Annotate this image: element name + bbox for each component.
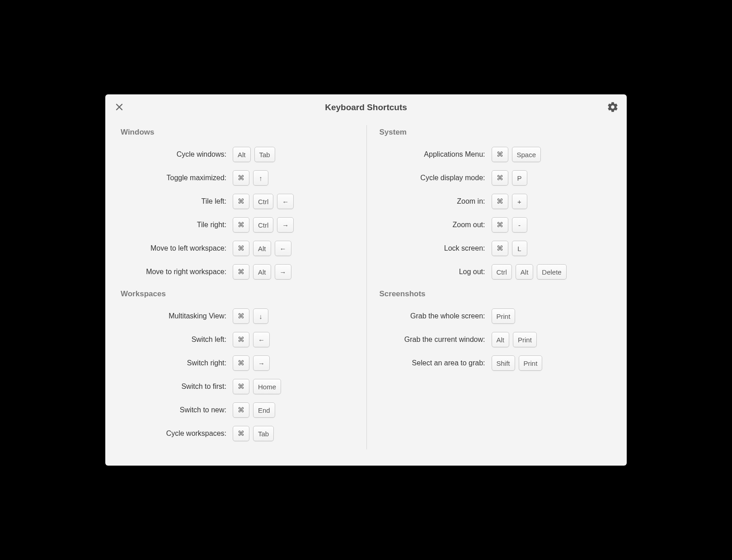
shortcut-row: Grab the whole screen:Print [380, 308, 612, 324]
shortcut-label: Tile left: [121, 197, 233, 205]
shortcut-row: Lock screen:⌘L [380, 241, 612, 256]
shortcut-label: Zoom in: [380, 197, 492, 205]
key-cap: Tab [254, 147, 275, 162]
key-cap: ⌘ [233, 379, 249, 394]
shortcut-label: Cycle display mode: [380, 174, 492, 182]
section-title-screenshots: Screenshots [380, 289, 612, 299]
shortcut-keys: ⌘↑ [233, 170, 268, 186]
shortcut-keys: ⌘L [492, 241, 527, 256]
key-cap: ⌘ [233, 241, 249, 256]
key-cap: Alt [233, 147, 251, 162]
key-cap: ← [253, 332, 270, 347]
key-cap: ↑ [253, 170, 268, 186]
key-cap: ⌘ [492, 170, 508, 186]
key-cap: Ctrl [253, 217, 273, 233]
shortcut-keys: ⌘Tab [233, 426, 274, 441]
shortcut-keys: CtrlAltDelete [492, 264, 567, 280]
column-left: WindowsCycle windows:AltTabToggle maximi… [117, 125, 367, 449]
key-cap: P [512, 170, 527, 186]
key-cap: Home [253, 379, 281, 394]
keyboard-shortcuts-dialog: Keyboard Shortcuts WindowsCycle windows:… [105, 94, 627, 466]
close-icon [116, 103, 123, 113]
key-cap: End [253, 402, 275, 418]
key-cap: Print [519, 355, 543, 371]
shortcut-label: Applications Menu: [380, 150, 492, 159]
shortcut-keys: AltTab [233, 147, 275, 162]
shortcut-label: Move to right workspace: [121, 268, 233, 276]
key-cap: - [512, 217, 527, 233]
shortcut-label: Log out: [380, 268, 492, 276]
key-cap: Tab [253, 426, 274, 441]
shortcut-keys: ⌘↓ [233, 308, 268, 324]
key-cap: Ctrl [492, 264, 512, 280]
section-title-workspaces: Workspaces [121, 289, 353, 299]
shortcut-row: Tile right:⌘Ctrl→ [121, 217, 353, 233]
shortcut-keys: ⌘+ [492, 194, 527, 209]
key-cap: ⌘ [492, 241, 508, 256]
shortcut-label: Cycle workspaces: [121, 429, 233, 438]
shortcut-label: Cycle windows: [121, 150, 233, 159]
close-button[interactable] [113, 101, 126, 114]
shortcut-row: Zoom out:⌘- [380, 217, 612, 233]
shortcut-keys: ⌘Ctrl→ [233, 217, 294, 233]
shortcut-keys: AltPrint [492, 332, 537, 347]
shortcut-label: Switch left: [121, 336, 233, 344]
shortcut-label: Tile right: [121, 221, 233, 229]
column-right: SystemApplications Menu:⌘SpaceCycle disp… [367, 125, 615, 449]
key-cap: ⌘ [233, 217, 249, 233]
shortcut-row: Cycle windows:AltTab [121, 147, 353, 162]
key-cap: Shift [492, 355, 515, 371]
content: WindowsCycle windows:AltTabToggle maximi… [105, 121, 627, 466]
shortcut-row: Switch to new:⌘End [121, 402, 353, 418]
header: Keyboard Shortcuts [105, 94, 627, 121]
shortcut-row: Grab the current window:AltPrint [380, 332, 612, 347]
key-cap: ⌘ [233, 402, 249, 418]
shortcut-label: Multitasking View: [121, 312, 233, 320]
key-cap: → [253, 355, 270, 371]
key-cap: + [512, 194, 527, 209]
shortcut-label: Switch to first: [121, 383, 233, 391]
key-cap: ⌘ [233, 194, 249, 209]
key-cap: ⌘ [492, 147, 508, 162]
key-cap: ⌘ [233, 426, 249, 441]
key-cap: ↓ [253, 308, 268, 324]
shortcut-label: Select an area to grab: [380, 359, 492, 367]
shortcut-label: Toggle maximized: [121, 174, 233, 182]
settings-button[interactable] [605, 100, 620, 115]
shortcut-label: Switch right: [121, 359, 233, 367]
gear-icon [607, 101, 619, 114]
key-cap: L [512, 241, 527, 256]
shortcut-keys: ⌘End [233, 402, 275, 418]
shortcut-label: Move to left workspace: [121, 244, 233, 252]
shortcut-row: Switch right:⌘→ [121, 355, 353, 371]
key-cap: Space [512, 147, 541, 162]
dialog-title: Keyboard Shortcuts [325, 103, 407, 112]
shortcut-label: Switch to new: [121, 406, 233, 414]
key-cap: Ctrl [253, 194, 273, 209]
shortcut-row: Toggle maximized:⌘↑ [121, 170, 353, 186]
shortcut-keys: ⌘→ [233, 355, 270, 371]
shortcut-keys: ⌘Space [492, 147, 541, 162]
shortcut-row: Tile left:⌘Ctrl← [121, 194, 353, 209]
shortcut-keys: ⌘Alt→ [233, 264, 291, 280]
shortcut-keys: ShiftPrint [492, 355, 543, 371]
shortcut-row: Switch to first:⌘Home [121, 379, 353, 394]
key-cap: → [277, 217, 294, 233]
key-cap: ← [275, 241, 291, 256]
shortcut-row: Cycle workspaces:⌘Tab [121, 426, 353, 441]
shortcut-row: Move to right workspace:⌘Alt→ [121, 264, 353, 280]
shortcut-keys: ⌘Home [233, 379, 281, 394]
shortcut-row: Applications Menu:⌘Space [380, 147, 612, 162]
shortcut-keys: ⌘Alt← [233, 241, 291, 256]
key-cap: Print [513, 332, 537, 347]
section-title-windows: Windows [121, 128, 353, 137]
shortcut-keys: ⌘- [492, 217, 527, 233]
key-cap: Alt [516, 264, 534, 280]
shortcut-label: Grab the whole screen: [380, 312, 492, 320]
key-cap: Print [492, 308, 516, 324]
key-cap: Alt [253, 264, 271, 280]
shortcut-row: Multitasking View:⌘↓ [121, 308, 353, 324]
key-cap: → [275, 264, 291, 280]
key-cap: ⌘ [233, 170, 249, 186]
key-cap: ⌘ [492, 194, 508, 209]
